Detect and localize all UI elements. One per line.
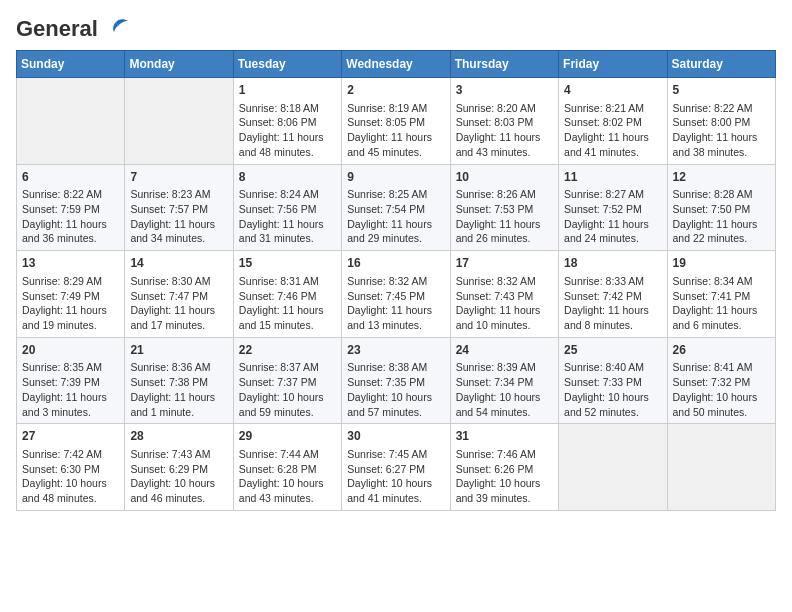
day-info: Sunrise: 8:25 AM Sunset: 7:54 PM Dayligh… [347, 187, 444, 246]
day-info: Sunrise: 7:45 AM Sunset: 6:27 PM Dayligh… [347, 447, 444, 506]
logo-bird-icon [102, 18, 130, 40]
day-number: 14 [130, 255, 227, 272]
weekday-label: Monday [125, 51, 233, 78]
day-number: 30 [347, 428, 444, 445]
day-info: Sunrise: 8:31 AM Sunset: 7:46 PM Dayligh… [239, 274, 336, 333]
calendar-cell: 26Sunrise: 8:41 AM Sunset: 7:32 PM Dayli… [667, 337, 775, 424]
day-number: 6 [22, 169, 119, 186]
calendar-table: SundayMondayTuesdayWednesdayThursdayFrid… [16, 50, 776, 511]
calendar-cell: 9Sunrise: 8:25 AM Sunset: 7:54 PM Daylig… [342, 164, 450, 251]
day-info: Sunrise: 7:42 AM Sunset: 6:30 PM Dayligh… [22, 447, 119, 506]
day-number: 12 [673, 169, 770, 186]
weekday-label: Sunday [17, 51, 125, 78]
day-info: Sunrise: 8:34 AM Sunset: 7:41 PM Dayligh… [673, 274, 770, 333]
day-info: Sunrise: 8:26 AM Sunset: 7:53 PM Dayligh… [456, 187, 553, 246]
weekday-label: Wednesday [342, 51, 450, 78]
calendar-cell: 30Sunrise: 7:45 AM Sunset: 6:27 PM Dayli… [342, 424, 450, 511]
day-number: 18 [564, 255, 661, 272]
day-info: Sunrise: 8:22 AM Sunset: 8:00 PM Dayligh… [673, 101, 770, 160]
calendar-cell: 3Sunrise: 8:20 AM Sunset: 8:03 PM Daylig… [450, 78, 558, 165]
calendar-cell: 22Sunrise: 8:37 AM Sunset: 7:37 PM Dayli… [233, 337, 341, 424]
day-info: Sunrise: 8:41 AM Sunset: 7:32 PM Dayligh… [673, 360, 770, 419]
day-number: 11 [564, 169, 661, 186]
day-number: 23 [347, 342, 444, 359]
day-number: 2 [347, 82, 444, 99]
calendar-cell: 19Sunrise: 8:34 AM Sunset: 7:41 PM Dayli… [667, 251, 775, 338]
weekday-label: Thursday [450, 51, 558, 78]
calendar-week-row: 13Sunrise: 8:29 AM Sunset: 7:49 PM Dayli… [17, 251, 776, 338]
calendar-week-row: 6Sunrise: 8:22 AM Sunset: 7:59 PM Daylig… [17, 164, 776, 251]
day-info: Sunrise: 8:30 AM Sunset: 7:47 PM Dayligh… [130, 274, 227, 333]
day-number: 20 [22, 342, 119, 359]
calendar-body: 1Sunrise: 8:18 AM Sunset: 8:06 PM Daylig… [17, 78, 776, 511]
calendar-cell: 16Sunrise: 8:32 AM Sunset: 7:45 PM Dayli… [342, 251, 450, 338]
weekday-label: Friday [559, 51, 667, 78]
day-number: 29 [239, 428, 336, 445]
day-number: 28 [130, 428, 227, 445]
weekday-header-row: SundayMondayTuesdayWednesdayThursdayFrid… [17, 51, 776, 78]
day-info: Sunrise: 8:23 AM Sunset: 7:57 PM Dayligh… [130, 187, 227, 246]
day-info: Sunrise: 8:40 AM Sunset: 7:33 PM Dayligh… [564, 360, 661, 419]
logo: General [16, 16, 130, 38]
day-number: 13 [22, 255, 119, 272]
day-number: 3 [456, 82, 553, 99]
calendar-cell [559, 424, 667, 511]
day-info: Sunrise: 8:37 AM Sunset: 7:37 PM Dayligh… [239, 360, 336, 419]
calendar-week-row: 27Sunrise: 7:42 AM Sunset: 6:30 PM Dayli… [17, 424, 776, 511]
day-number: 4 [564, 82, 661, 99]
day-number: 10 [456, 169, 553, 186]
calendar-cell [17, 78, 125, 165]
day-number: 21 [130, 342, 227, 359]
calendar-week-row: 1Sunrise: 8:18 AM Sunset: 8:06 PM Daylig… [17, 78, 776, 165]
calendar-cell: 14Sunrise: 8:30 AM Sunset: 7:47 PM Dayli… [125, 251, 233, 338]
day-number: 25 [564, 342, 661, 359]
day-info: Sunrise: 8:19 AM Sunset: 8:05 PM Dayligh… [347, 101, 444, 160]
calendar-cell: 12Sunrise: 8:28 AM Sunset: 7:50 PM Dayli… [667, 164, 775, 251]
calendar-cell: 28Sunrise: 7:43 AM Sunset: 6:29 PM Dayli… [125, 424, 233, 511]
day-number: 5 [673, 82, 770, 99]
calendar-cell: 29Sunrise: 7:44 AM Sunset: 6:28 PM Dayli… [233, 424, 341, 511]
weekday-label: Tuesday [233, 51, 341, 78]
day-number: 31 [456, 428, 553, 445]
weekday-label: Saturday [667, 51, 775, 78]
day-number: 7 [130, 169, 227, 186]
day-number: 9 [347, 169, 444, 186]
day-info: Sunrise: 8:39 AM Sunset: 7:34 PM Dayligh… [456, 360, 553, 419]
calendar-cell: 15Sunrise: 8:31 AM Sunset: 7:46 PM Dayli… [233, 251, 341, 338]
calendar-cell: 21Sunrise: 8:36 AM Sunset: 7:38 PM Dayli… [125, 337, 233, 424]
day-info: Sunrise: 8:38 AM Sunset: 7:35 PM Dayligh… [347, 360, 444, 419]
calendar-header: SundayMondayTuesdayWednesdayThursdayFrid… [17, 51, 776, 78]
calendar-cell: 17Sunrise: 8:32 AM Sunset: 7:43 PM Dayli… [450, 251, 558, 338]
day-info: Sunrise: 8:36 AM Sunset: 7:38 PM Dayligh… [130, 360, 227, 419]
day-number: 22 [239, 342, 336, 359]
day-info: Sunrise: 8:21 AM Sunset: 8:02 PM Dayligh… [564, 101, 661, 160]
day-number: 16 [347, 255, 444, 272]
day-info: Sunrise: 7:46 AM Sunset: 6:26 PM Dayligh… [456, 447, 553, 506]
calendar-cell: 18Sunrise: 8:33 AM Sunset: 7:42 PM Dayli… [559, 251, 667, 338]
day-info: Sunrise: 8:33 AM Sunset: 7:42 PM Dayligh… [564, 274, 661, 333]
day-info: Sunrise: 8:22 AM Sunset: 7:59 PM Dayligh… [22, 187, 119, 246]
calendar-cell: 6Sunrise: 8:22 AM Sunset: 7:59 PM Daylig… [17, 164, 125, 251]
logo-text-general: General [16, 16, 98, 42]
calendar-cell [667, 424, 775, 511]
calendar-week-row: 20Sunrise: 8:35 AM Sunset: 7:39 PM Dayli… [17, 337, 776, 424]
day-info: Sunrise: 8:32 AM Sunset: 7:45 PM Dayligh… [347, 274, 444, 333]
day-info: Sunrise: 8:32 AM Sunset: 7:43 PM Dayligh… [456, 274, 553, 333]
day-number: 19 [673, 255, 770, 272]
day-info: Sunrise: 8:28 AM Sunset: 7:50 PM Dayligh… [673, 187, 770, 246]
calendar-cell: 24Sunrise: 8:39 AM Sunset: 7:34 PM Dayli… [450, 337, 558, 424]
day-number: 15 [239, 255, 336, 272]
day-info: Sunrise: 8:18 AM Sunset: 8:06 PM Dayligh… [239, 101, 336, 160]
calendar-cell: 10Sunrise: 8:26 AM Sunset: 7:53 PM Dayli… [450, 164, 558, 251]
day-info: Sunrise: 7:44 AM Sunset: 6:28 PM Dayligh… [239, 447, 336, 506]
calendar-cell: 11Sunrise: 8:27 AM Sunset: 7:52 PM Dayli… [559, 164, 667, 251]
calendar-cell: 4Sunrise: 8:21 AM Sunset: 8:02 PM Daylig… [559, 78, 667, 165]
day-info: Sunrise: 8:24 AM Sunset: 7:56 PM Dayligh… [239, 187, 336, 246]
day-number: 17 [456, 255, 553, 272]
calendar-cell: 5Sunrise: 8:22 AM Sunset: 8:00 PM Daylig… [667, 78, 775, 165]
day-info: Sunrise: 8:27 AM Sunset: 7:52 PM Dayligh… [564, 187, 661, 246]
calendar-cell: 23Sunrise: 8:38 AM Sunset: 7:35 PM Dayli… [342, 337, 450, 424]
day-info: Sunrise: 8:20 AM Sunset: 8:03 PM Dayligh… [456, 101, 553, 160]
calendar-cell: 25Sunrise: 8:40 AM Sunset: 7:33 PM Dayli… [559, 337, 667, 424]
day-info: Sunrise: 7:43 AM Sunset: 6:29 PM Dayligh… [130, 447, 227, 506]
